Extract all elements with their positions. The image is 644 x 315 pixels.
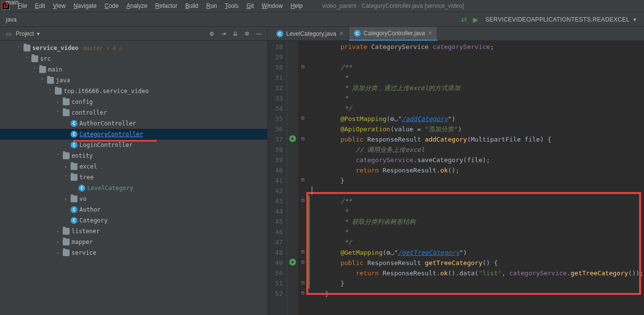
tree-node[interactable]: CLoginController bbox=[0, 140, 267, 150]
gutter-mark[interactable] bbox=[287, 236, 297, 246]
caret-icon[interactable]: ˅ bbox=[39, 78, 45, 83]
tree-node[interactable]: ›listener bbox=[0, 226, 267, 237]
gutter-mark[interactable] bbox=[287, 257, 297, 267]
fold-handle[interactable] bbox=[298, 51, 308, 61]
gutter-mark[interactable] bbox=[287, 288, 297, 298]
caret-icon[interactable]: ˅ bbox=[24, 56, 29, 61]
caret-icon[interactable]: › bbox=[63, 196, 69, 201]
target-icon[interactable]: ⊕ bbox=[207, 30, 216, 37]
code-editor[interactable]: 2829303132333435363738394041424344454647… bbox=[268, 41, 644, 315]
caret-icon[interactable]: ˅ bbox=[55, 153, 61, 158]
code-line[interactable]: } bbox=[308, 289, 644, 299]
tree-node[interactable]: ˅service_videomaster ↗ 4 △ bbox=[0, 43, 267, 53]
fold-handle[interactable]: ⊟ bbox=[298, 257, 308, 267]
gutter-mark[interactable] bbox=[287, 92, 297, 102]
tree-node[interactable]: ˅main bbox=[0, 64, 267, 75]
tree-node[interactable]: CAuthorController bbox=[0, 118, 267, 129]
tree-node[interactable]: ›vo bbox=[0, 194, 267, 204]
gutter-mark[interactable] bbox=[287, 82, 297, 92]
code-line[interactable]: private CategoryService categoryService; bbox=[308, 42, 644, 52]
gutter-mark[interactable] bbox=[287, 72, 297, 82]
gutter-mark[interactable] bbox=[287, 61, 297, 72]
fold-handle[interactable] bbox=[298, 92, 308, 102]
tree-node[interactable]: ˅controller bbox=[0, 107, 267, 118]
gutter-mark[interactable] bbox=[287, 123, 297, 133]
fold-handle[interactable] bbox=[298, 144, 308, 154]
menu-build[interactable]: Build bbox=[181, 1, 202, 10]
project-label[interactable]: Project bbox=[16, 30, 34, 37]
fold-handle[interactable]: ⊟ bbox=[298, 277, 308, 288]
chevron-down-icon[interactable]: ▾ bbox=[37, 30, 40, 37]
gutter-mark[interactable] bbox=[287, 174, 297, 185]
code-line[interactable]: * bbox=[308, 73, 644, 83]
menu-navigate[interactable]: Navigate bbox=[70, 1, 100, 10]
gutter-mark[interactable] bbox=[287, 133, 297, 144]
project-tree[interactable]: ˅service_videomaster ↗ 4 △˅src˅main˅java… bbox=[0, 41, 267, 315]
gutter-mark[interactable] bbox=[287, 246, 297, 257]
code-line[interactable]: @PostMapping(⚙◡"/addCategory") bbox=[308, 114, 644, 124]
tree-node[interactable]: ›excel bbox=[0, 161, 267, 172]
menu-tools[interactable]: Tools bbox=[221, 1, 243, 10]
gutter-mark[interactable] bbox=[287, 41, 297, 51]
code-line[interactable]: } bbox=[308, 175, 644, 186]
tree-node[interactable]: ˅tree bbox=[0, 172, 267, 183]
fold-handle[interactable]: ⊟ bbox=[298, 174, 308, 185]
gutter-mark[interactable] bbox=[287, 102, 297, 113]
tree-node[interactable]: ›mapper bbox=[0, 237, 267, 247]
menu-git[interactable]: Git bbox=[243, 1, 258, 10]
menu-refactor[interactable]: Refactor bbox=[151, 1, 181, 10]
tree-node[interactable]: ›config bbox=[0, 97, 267, 107]
close-icon[interactable]: ✕ bbox=[428, 30, 432, 36]
fold-handle[interactable]: ⊟ bbox=[298, 113, 308, 123]
close-icon[interactable]: ✕ bbox=[339, 30, 344, 37]
code-line[interactable]: * 添加分类，通过上传excel的方式添加 bbox=[308, 83, 644, 93]
menu-analyze[interactable]: Analyze bbox=[123, 1, 151, 10]
fold-handle[interactable]: ⊟ bbox=[298, 195, 308, 205]
tree-node[interactable]: CCategory bbox=[0, 215, 267, 226]
collapse-all-icon[interactable]: ⇊ bbox=[231, 30, 240, 37]
code-line[interactable]: public ResponseResult addCategory(Multip… bbox=[308, 134, 644, 145]
gutter-mark[interactable] bbox=[287, 205, 297, 216]
run-configuration[interactable]: SERVICEVIDEOAPPLICATIONTESTS.READEXCEL ▾ bbox=[480, 15, 641, 24]
gutter-mark[interactable] bbox=[287, 267, 297, 277]
code-line[interactable]: } bbox=[308, 278, 644, 289]
breadcrumb-segment[interactable]: java bbox=[3, 15, 67, 24]
caret-icon[interactable]: › bbox=[55, 250, 61, 255]
gutter-mark[interactable] bbox=[287, 277, 297, 288]
fold-handle[interactable] bbox=[298, 41, 308, 51]
code-line[interactable]: return ResponseResult.ok(); bbox=[308, 165, 644, 175]
gutter-mark[interactable] bbox=[287, 144, 297, 154]
code-line[interactable] bbox=[308, 52, 644, 62]
code-line[interactable]: categoryService.saveCategory(file); bbox=[308, 155, 644, 165]
caret-icon[interactable]: ˅ bbox=[16, 46, 22, 50]
code-line[interactable]: * bbox=[308, 93, 644, 103]
caret-icon[interactable]: › bbox=[55, 240, 61, 244]
select-opened-icon[interactable]: ⇥ bbox=[219, 30, 228, 37]
gutter-mark[interactable] bbox=[287, 164, 297, 174]
view-options-icon[interactable]: ▭ bbox=[4, 30, 13, 37]
fold-handle[interactable] bbox=[298, 154, 308, 164]
caret-icon[interactable]: ˅ bbox=[31, 67, 37, 72]
code-line[interactable]: public ResponseResult getTreeCategory() … bbox=[308, 258, 644, 268]
editor-tab[interactable]: CLevelCategory.java✕ bbox=[272, 27, 349, 41]
menu-code[interactable]: Code bbox=[100, 1, 123, 10]
fold-handle[interactable] bbox=[298, 82, 308, 92]
code-line[interactable]: * bbox=[308, 227, 644, 237]
code-line[interactable]: /** bbox=[308, 62, 644, 73]
caret-icon[interactable]: › bbox=[55, 99, 61, 104]
sync-icon[interactable]: ⇄ bbox=[461, 16, 467, 24]
caret-icon[interactable]: › bbox=[63, 164, 69, 169]
fold-handle[interactable]: ⊟ bbox=[298, 288, 308, 298]
run-gutter-icon[interactable] bbox=[289, 135, 296, 142]
tree-node[interactable]: CCategoryController bbox=[0, 129, 267, 140]
tree-node[interactable]: CLevelCategory bbox=[0, 183, 267, 194]
code-line[interactable]: @GetMapping(⚙◡"/getTreeCategory") bbox=[308, 247, 644, 258]
fold-handle[interactable] bbox=[298, 236, 308, 246]
menu-help[interactable]: Help bbox=[287, 1, 307, 10]
code-line[interactable]: // 调用业务上传excel bbox=[308, 145, 644, 155]
menu-run[interactable]: Run bbox=[202, 1, 221, 10]
code-line[interactable]: * 获取分类列表树形结构 bbox=[308, 217, 644, 227]
gutter-mark[interactable] bbox=[287, 195, 297, 205]
fold-handle[interactable] bbox=[298, 205, 308, 216]
tree-node[interactable]: ›service bbox=[0, 247, 267, 258]
